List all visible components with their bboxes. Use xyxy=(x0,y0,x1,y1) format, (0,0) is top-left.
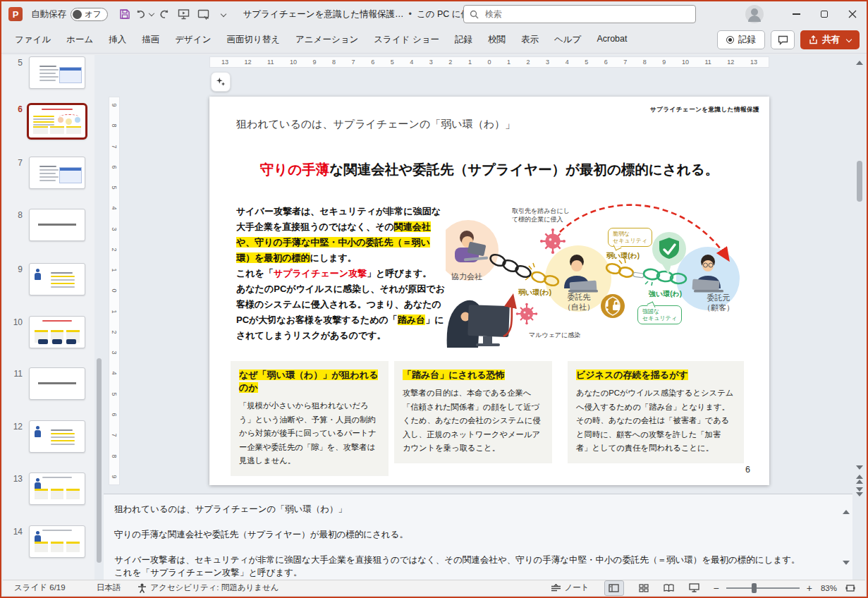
close-button[interactable] xyxy=(838,4,867,25)
quick-access-more-button[interactable] xyxy=(214,5,233,23)
zoom-out-button[interactable]: − xyxy=(712,582,721,594)
slide-number-7: 7 xyxy=(7,158,23,168)
info-box-why-targeted[interactable]: なぜ「弱い環（わ）」が狙われるのか 「規模が小さいから狙われないだろう」という油… xyxy=(231,361,389,476)
slide-thumbnail-13[interactable] xyxy=(29,472,85,505)
sparkles-icon xyxy=(216,76,226,87)
ribbon-tab-デザイン[interactable]: デザイン xyxy=(167,30,219,50)
notes-panel[interactable]: 狙われているのは、サプライチェーンの「弱い環（わ）」 守りの手薄な関連会社や委託… xyxy=(104,494,852,580)
info-box-stepping-stone[interactable]: 「踏み台」にされる恐怖 攻撃者の目的は、本命である企業へ「信頼された関係者」の顔… xyxy=(394,361,552,463)
save-button[interactable] xyxy=(116,5,134,23)
slide-headline[interactable]: 守りの手薄な関連会社や委託先（サプライヤー）が最初の標的にされる。 xyxy=(209,160,769,179)
ribbon-tab-スライド ショー[interactable]: スライド ショー xyxy=(366,30,447,50)
scroll-up-button[interactable] xyxy=(854,58,865,68)
ribbon-tab-校閲[interactable]: 校閲 xyxy=(480,30,513,50)
close-icon xyxy=(848,10,857,18)
autosave-toggle[interactable]: オフ xyxy=(71,8,108,21)
ribbon-tab-記録[interactable]: 記録 xyxy=(447,30,480,50)
zoom-slider-thumb[interactable] xyxy=(752,583,757,593)
ribbon-tab-Acrobat[interactable]: Acrobat xyxy=(589,30,635,50)
diagram-label-malware: マルウェアに感染 xyxy=(529,331,580,340)
ribbon-tab-描画[interactable]: 描画 xyxy=(134,30,167,50)
ribbon-tab-表示[interactable]: 表示 xyxy=(513,30,546,50)
vertical-ruler[interactable]: 9876543210123456789 xyxy=(109,97,120,485)
start-slideshow-button[interactable] xyxy=(175,5,193,23)
slide-thumbnail-11[interactable] xyxy=(29,367,85,400)
scrollbar-thumb[interactable] xyxy=(857,161,862,202)
diagram-bubble-weak-security: 脆弱な セキュリティ xyxy=(608,228,652,247)
view-normal-button[interactable] xyxy=(605,581,623,595)
slide-thumbnail-9[interactable] xyxy=(29,263,85,295)
slide-number-14: 14 xyxy=(7,527,23,537)
powerpoint-app-icon[interactable]: P xyxy=(8,7,23,21)
slide-body-text[interactable]: サイバー攻撃者は、セキュリティが非常に強固な大手企業を直接狙うのではなく、その関… xyxy=(236,204,445,343)
slide-number-12: 12 xyxy=(7,422,23,432)
view-reading-button[interactable] xyxy=(660,581,678,595)
share-icon xyxy=(809,35,818,44)
slide-thumbnail-6[interactable] xyxy=(27,103,87,140)
body-p2: これを「 xyxy=(236,268,274,279)
search-input[interactable] xyxy=(484,8,690,20)
zoom-in-button[interactable]: + xyxy=(805,582,814,594)
body-p2-post: 」と呼びます。 xyxy=(367,268,432,279)
undo-button[interactable] xyxy=(135,5,154,23)
previous-slide-button[interactable] xyxy=(854,474,865,484)
accessibility-status[interactable]: アクセシビリティ: 問題ありません xyxy=(132,582,284,593)
headline-red-part: 守りの手薄 xyxy=(260,161,329,177)
comments-button[interactable] xyxy=(771,30,795,49)
ribbon-tab-画面切り替え[interactable]: 画面切り替え xyxy=(219,30,288,50)
slide-canvas[interactable]: サプライチェーンを意識した情報保護 狙われているのは、サプライチェーンの「弱い環… xyxy=(209,97,769,485)
slide-title[interactable]: 狙われているのは、サプライチェーンの「弱い環（わ）」 xyxy=(236,118,515,131)
fit-to-window-button[interactable] xyxy=(841,581,860,595)
record-button[interactable]: 記録 xyxy=(717,30,765,49)
slide-thumbnail-10[interactable] xyxy=(29,316,85,348)
slide-page-number[interactable]: 6 xyxy=(745,465,750,475)
slide-thumbnail-7[interactable] xyxy=(29,157,85,189)
ribbon-tab-挿入[interactable]: 挿入 xyxy=(101,30,134,50)
slide-number-11: 11 xyxy=(7,369,23,379)
slide-thumbnail-14[interactable] xyxy=(29,525,85,558)
info-box-business-survival[interactable]: ビジネスの存続を揺るがす あなたのPCがウイルス感染するとシステムへ侵入するため… xyxy=(568,361,744,463)
present-button[interactable] xyxy=(195,5,213,23)
slide-header-note[interactable]: サプライチェーンを意識した情報保護 xyxy=(650,106,759,114)
diagram-label-intrusion: 取引先を踏み台にし て標的企業に侵入 xyxy=(512,207,570,224)
view-slide-sorter-button[interactable] xyxy=(635,581,653,595)
zoom-slider[interactable] xyxy=(726,587,800,589)
minimize-button[interactable] xyxy=(782,4,810,25)
designer-sparkle-button[interactable] xyxy=(211,72,231,92)
view-slideshow-button[interactable] xyxy=(685,581,704,595)
next-slide-button[interactable] xyxy=(854,487,865,496)
horizontal-ruler[interactable]: 13121110987654321012345678910111213 xyxy=(209,56,769,68)
slide-thumbnail-12[interactable] xyxy=(29,420,85,453)
slide-thumbnail-5[interactable] xyxy=(29,56,85,89)
redo-button[interactable] xyxy=(155,5,173,23)
maximize-button[interactable] xyxy=(810,4,838,25)
slide-thumbnail-8[interactable] xyxy=(29,209,85,241)
ribbon-tab-ヘルプ[interactable]: ヘルプ xyxy=(546,30,589,50)
search-box[interactable] xyxy=(463,5,696,23)
share-button[interactable]: 共有 xyxy=(800,30,860,49)
scroll-down-button[interactable] xyxy=(854,463,865,472)
ribbon-tab-ファイル[interactable]: ファイル xyxy=(7,30,59,50)
account-avatar[interactable] xyxy=(745,5,764,23)
supply-chain-diagram[interactable]: 取引先を踏み台にし て標的企業に侵入 協力会社 弱い環(わ) 脆弱な セキュリテ… xyxy=(446,201,769,355)
record-label: 記録 xyxy=(738,34,756,46)
sidebar-scrollbar[interactable] xyxy=(95,55,103,580)
main-scrollbar[interactable] xyxy=(854,55,865,580)
headline-rest: な関連会社や委託先（サプライヤー）が最初の標的にされる。 xyxy=(329,161,719,177)
ribbon-tab-アニメーション[interactable]: アニメーション xyxy=(288,30,366,50)
slide-indicator[interactable]: スライド 6/19 xyxy=(8,582,71,593)
share-chevron-icon xyxy=(846,36,852,42)
slide-number-13: 13 xyxy=(7,474,23,484)
reading-view-icon xyxy=(664,584,674,592)
notes-scroll-up-icon[interactable] xyxy=(843,510,850,514)
slide-number-9: 9 xyxy=(7,264,23,274)
zoom-level[interactable]: 83% xyxy=(814,584,841,592)
language-indicator[interactable]: 日本語 xyxy=(91,582,127,593)
notes-scroll-down-icon[interactable] xyxy=(843,561,850,565)
notes-toggle-button[interactable]: ノート xyxy=(545,582,595,593)
notes-text[interactable]: 狙われているのは、サプライチェーンの「弱い環（わ）」 守りの手薄な関連会社や委託… xyxy=(114,503,831,580)
notes-scrollbar[interactable] xyxy=(842,494,850,580)
present-icon xyxy=(197,8,209,20)
ribbon-tab-ホーム[interactable]: ホーム xyxy=(59,30,101,50)
save-icon xyxy=(119,8,130,20)
